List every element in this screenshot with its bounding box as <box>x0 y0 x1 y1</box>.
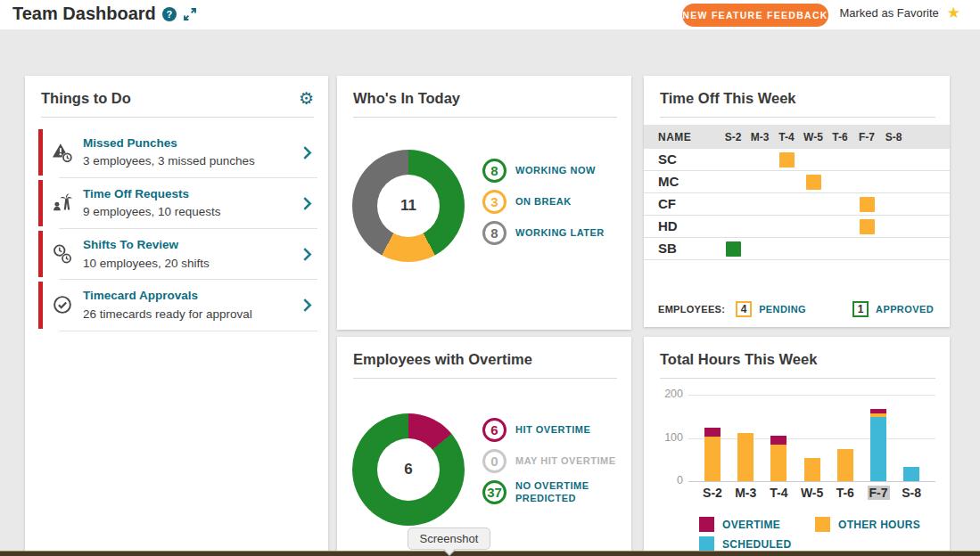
day-col-header: S-8 <box>880 131 907 143</box>
gear-icon[interactable]: ⚙ <box>299 90 314 107</box>
gridline <box>688 481 935 482</box>
bar-segment-scheduled <box>870 417 886 481</box>
legend-scheduled: SCHEDULED <box>699 536 815 552</box>
whos-in-donut-chart: 11 <box>352 150 465 262</box>
divider <box>660 117 935 118</box>
bar-segment-overtime <box>870 409 886 413</box>
things-to-do-card: Things to Do ⚙ Missed Punches 3 employee… <box>25 76 328 552</box>
legend-hit-overtime: 6 HIT OVERTIME <box>482 418 616 442</box>
on-break-count: 3 <box>482 190 506 214</box>
time-off-row: MC <box>644 171 950 193</box>
working-later-count: 8 <box>482 221 506 245</box>
time-off-card: Time Off This Week NAME S-2M-3T-4W-5T-6F… <box>644 76 950 327</box>
may-hit-overtime-count: 0 <box>482 449 506 473</box>
pending-label: PENDING <box>759 304 806 315</box>
overtime-donut-chart: 6 <box>352 413 465 526</box>
chevron-right-icon[interactable] <box>302 196 312 211</box>
other-hours-swatch <box>815 517 830 532</box>
x-axis-label: W-5 <box>796 486 828 500</box>
expand-icon[interactable] <box>183 7 197 21</box>
x-axis-label: T-6 <box>829 486 861 500</box>
time-off-rows: SCMCCFHDSB <box>644 149 950 260</box>
time-off-title: Time Off This Week <box>660 90 796 107</box>
todo-list: Missed Punches 3 employees, 3 missed pun… <box>25 129 328 331</box>
employee-initials: SB <box>658 241 677 256</box>
bottom-window-edge <box>0 551 980 556</box>
todo-item-title: Time Off Requests <box>83 187 189 200</box>
overtime-title: Employees with Overtime <box>353 351 532 368</box>
things-to-do-title: Things to Do <box>41 90 131 107</box>
title-wrap: Team Dashboard ? <box>12 4 197 24</box>
pending-count-box: 4 <box>736 301 752 317</box>
x-axis-label: T-4 <box>762 486 795 500</box>
gridline <box>688 438 935 439</box>
favorite-label: Marked as Favorite <box>839 6 938 20</box>
top-bar: Team Dashboard ? NEW FEATURE FEEDBACK Ma… <box>0 0 980 29</box>
day-col-header: S-2 <box>720 131 746 143</box>
x-axis-label: S-2 <box>696 486 729 500</box>
employee-initials: SC <box>658 151 677 167</box>
check-circle-icon <box>51 293 74 316</box>
todo-item-time-off-requests[interactable]: Time Off Requests 9 employees, 10 reques… <box>38 180 317 226</box>
whos-in-total: 11 <box>377 175 440 237</box>
help-icon[interactable]: ? <box>162 7 177 21</box>
approved-label: APPROVED <box>876 304 934 315</box>
total-hours-card: Total Hours This Week 2001000S-2M-3T-4W-… <box>644 337 950 552</box>
employee-initials: MC <box>658 174 679 189</box>
legend-other-hours: OTHER HOURS <box>815 517 920 532</box>
todo-item-timecard-approvals[interactable]: Timecard Approvals 26 timecards ready fo… <box>38 282 317 328</box>
scheduled-swatch <box>699 536 714 552</box>
approved-count-box: 1 <box>852 301 869 317</box>
legend-on-break: 3 ON BREAK <box>482 190 605 214</box>
whos-in-title: Who's In Today <box>353 90 460 107</box>
day-col-header: T-6 <box>827 131 853 143</box>
legend-overtime: OVERTIME <box>699 517 815 532</box>
chevron-right-icon[interactable] <box>302 247 312 262</box>
name-col-header: NAME <box>658 131 691 143</box>
divider <box>353 117 617 118</box>
new-feature-feedback-button[interactable]: NEW FEATURE FEEDBACK <box>682 4 828 27</box>
bar-segment-overtime <box>770 436 786 446</box>
gridline <box>688 395 935 396</box>
chevron-right-icon[interactable] <box>302 145 312 160</box>
legend-working-now: 8 WORKING NOW <box>482 159 605 183</box>
whos-in-legend: 8 WORKING NOW 3 ON BREAK 8 WORKING LATER <box>482 159 605 245</box>
bar-segment-other-hours <box>704 437 721 481</box>
time-off-header: NAME S-2M-3T-4W-5T-6F-7S-8 <box>644 125 950 149</box>
todo-item-subtitle: 26 timecards ready for approval <box>83 307 252 321</box>
x-axis-label: M-3 <box>729 486 762 500</box>
employee-initials: CF <box>658 196 676 211</box>
hit-overtime-count: 6 <box>482 418 506 442</box>
todo-item-subtitle: 10 employees, 20 shifts <box>83 257 210 270</box>
no-overtime-count: 37 <box>482 480 506 504</box>
time-off-mark-pending <box>806 175 821 190</box>
divider <box>59 228 317 229</box>
legend-working-later: 8 WORKING LATER <box>482 221 605 245</box>
day-col-header: F-7 <box>853 131 880 143</box>
chevron-right-icon[interactable] <box>302 298 312 313</box>
y-axis-tick: 0 <box>653 474 683 487</box>
double-clock-icon <box>51 242 74 266</box>
screenshot-tooltip: Screenshot <box>408 527 490 550</box>
bar-segment-other-hours <box>804 458 820 481</box>
bar-segment-scheduled <box>903 467 919 481</box>
palm-tree-person-icon <box>51 192 74 215</box>
page-title: Team Dashboard <box>12 4 156 24</box>
todo-item-missed-punches[interactable]: Missed Punches 3 employees, 3 missed pun… <box>38 129 317 176</box>
x-axis-label: F-7 <box>862 486 894 500</box>
todo-item-title: Shifts To Review <box>83 238 178 251</box>
x-axis-label: S-8 <box>895 486 927 500</box>
todo-item-shifts-to-review[interactable]: Shifts To Review 10 employees, 20 shifts <box>38 231 317 277</box>
time-off-row: HD <box>644 216 950 238</box>
employee-initials: HD <box>658 218 678 233</box>
day-col-header: M-3 <box>746 131 773 143</box>
bar-segment-other-hours <box>737 433 754 481</box>
time-off-row: SB <box>644 238 950 260</box>
star-icon[interactable]: ★ <box>947 5 960 20</box>
favorite-wrap: Marked as Favorite ★ <box>839 5 960 20</box>
day-col-header: W-5 <box>800 131 827 143</box>
whos-in-today-card: Who's In Today 11 8 WORKING NOW 3 ON BRE… <box>337 76 631 330</box>
legend-no-overtime: 37 NO OVERTIME PREDICTED <box>482 480 616 505</box>
bar-segment-other-hours <box>770 445 786 481</box>
y-axis-tick: 100 <box>653 431 683 444</box>
